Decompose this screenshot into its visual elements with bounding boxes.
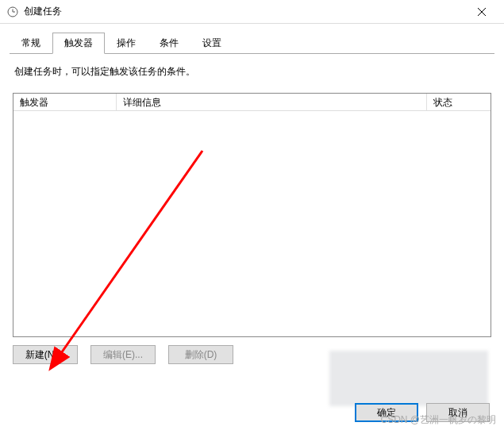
cancel-button[interactable]: 取消	[426, 403, 490, 422]
tab-triggers[interactable]: 触发器	[52, 33, 105, 54]
close-icon	[478, 8, 486, 16]
edit-button[interactable]: 编辑(E)...	[90, 345, 156, 364]
triggers-table: 触发器 详细信息 状态	[13, 93, 491, 337]
action-buttons: 新建(N)... 编辑(E)... 删除(D)	[13, 345, 491, 364]
tab-bar: 常规 触发器 操作 条件 设置	[10, 32, 494, 54]
tab-conditions[interactable]: 条件	[148, 33, 190, 54]
column-details[interactable]: 详细信息	[117, 94, 427, 110]
close-button[interactable]	[466, 0, 498, 24]
column-trigger[interactable]: 触发器	[13, 94, 117, 110]
new-button[interactable]: 新建(N)...	[13, 345, 78, 364]
tab-general[interactable]: 常规	[10, 33, 52, 54]
ok-button[interactable]: 确定	[355, 403, 418, 422]
table-header: 触发器 详细信息 状态	[13, 94, 491, 111]
window-title: 创建任务	[24, 5, 466, 18]
tab-description: 创建任务时，可以指定触发该任务的条件。	[14, 65, 490, 79]
content-area: 常规 触发器 操作 条件 设置 创建任务时，可以指定触发该任务的条件。 触发器 …	[0, 24, 504, 380]
clock-icon	[6, 6, 19, 18]
tab-actions[interactable]: 操作	[105, 33, 148, 54]
dialog-footer: 确定 取消	[355, 403, 490, 422]
titlebar: 创建任务	[0, 0, 504, 24]
delete-button[interactable]: 删除(D)	[168, 345, 233, 364]
column-status[interactable]: 状态	[427, 94, 491, 110]
tab-settings[interactable]: 设置	[190, 33, 233, 54]
